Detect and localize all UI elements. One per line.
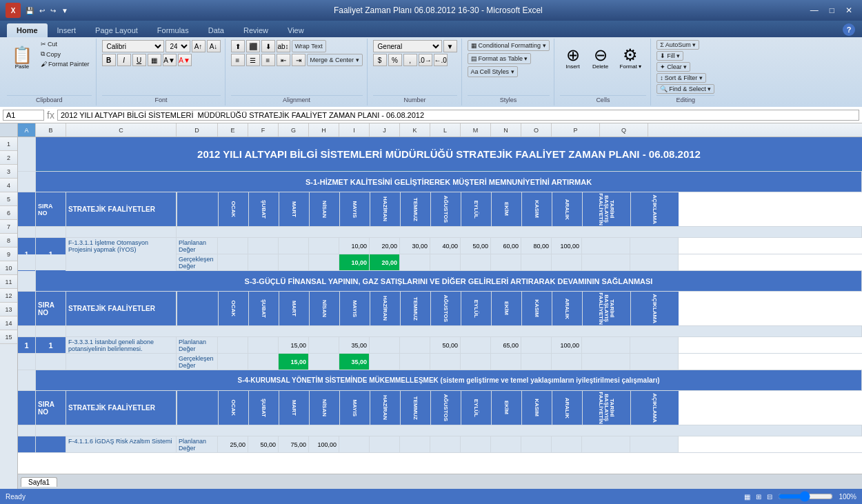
copy-button[interactable]: ⧉Copy <box>39 50 92 59</box>
col-header-Q[interactable]: Q <box>600 123 648 137</box>
cell-agustos-planned-3[interactable] <box>430 436 461 452</box>
currency-btn[interactable]: $ <box>373 54 387 66</box>
cell-subat-actual-2[interactable] <box>248 354 279 370</box>
cell-mart-actual-2[interactable]: 15,00 <box>279 354 309 370</box>
decrease-font-btn[interactable]: A↓ <box>207 40 221 52</box>
close-btn[interactable]: ✕ <box>841 4 856 17</box>
page-break-view-btn[interactable]: ⊟ <box>767 493 772 501</box>
tab-view[interactable]: View <box>278 23 314 37</box>
undo-quick-btn[interactable]: ↩ <box>37 6 47 16</box>
cut-button[interactable]: ✂Cut <box>39 40 92 48</box>
cell-temmuz-actual-1[interactable] <box>400 254 430 270</box>
cell-B6[interactable] <box>36 254 66 270</box>
col-header-F[interactable]: F <box>248 123 279 137</box>
text-orientation-btn[interactable]: ab↕ <box>277 40 290 52</box>
insert-btn[interactable]: ⊕ Insert <box>560 40 586 76</box>
zoom-slider[interactable] <box>778 492 833 501</box>
col-header-P[interactable]: P <box>552 123 600 137</box>
tab-formulas[interactable]: Formulas <box>148 23 199 37</box>
office-logo[interactable]: X <box>6 3 21 18</box>
format-btn[interactable]: ⚙ Format ▾ <box>615 40 647 76</box>
cell-mart-planned-2[interactable]: 15,00 <box>279 337 309 353</box>
paste-button[interactable]: 📋 Paste <box>7 40 37 76</box>
redo-quick-btn[interactable]: ↪ <box>48 6 58 16</box>
cell-B11[interactable] <box>36 354 66 370</box>
cell-A2[interactable] <box>18 172 36 192</box>
cell-A11[interactable] <box>18 354 36 370</box>
cell-baslayis-planned-2[interactable] <box>582 337 630 353</box>
cell-aralik-planned-2[interactable]: 100,00 <box>552 337 582 353</box>
cell-haziran-actual-1[interactable]: 20,00 <box>370 254 400 270</box>
align-top-btn[interactable]: ⬆ <box>231 40 245 52</box>
cell-reference-input[interactable] <box>3 110 44 121</box>
comma-btn[interactable]: , <box>403 54 417 66</box>
cell-mayis-planned-3[interactable] <box>339 436 370 452</box>
cell-ekim-actual-2[interactable] <box>491 354 521 370</box>
cell-baslayis-actual-2[interactable] <box>582 354 630 370</box>
cell-aciklama-actual-2[interactable] <box>630 354 679 370</box>
cell-A1[interactable] <box>18 137 36 171</box>
cell-haziran-actual-2[interactable] <box>370 354 400 370</box>
cell-subat-actual-1[interactable] <box>248 254 279 270</box>
number-format-expand-btn[interactable]: ▼ <box>443 40 457 52</box>
cell-temmuz-planned-1[interactable]: 30,00 <box>400 238 430 254</box>
cell-temmuz-actual-2[interactable] <box>400 354 430 370</box>
cell-aralik-actual-2[interactable] <box>552 354 582 370</box>
cell-agustos-actual-1[interactable] <box>430 254 461 270</box>
fill-color-btn[interactable]: A▼ <box>163 54 177 66</box>
bold-btn[interactable]: B <box>102 54 116 66</box>
delete-btn[interactable]: ⊖ Delete <box>588 40 614 76</box>
cell-nisan-planned-3[interactable]: 100,00 <box>309 436 339 452</box>
save-quick-btn[interactable]: 💾 <box>23 6 36 16</box>
cell-haziran-planned-2[interactable] <box>370 337 400 353</box>
cell-temmuz-planned-2[interactable] <box>400 337 430 353</box>
cell-haziran-planned-3[interactable] <box>370 436 400 452</box>
increase-decimal-btn[interactable]: .0→ <box>419 54 432 66</box>
cell-nisan-actual-1[interactable] <box>309 254 339 270</box>
cell-nisan-planned-2[interactable] <box>309 337 339 353</box>
cell-A8[interactable] <box>18 292 36 325</box>
cell-A14[interactable] <box>18 425 36 436</box>
cell-aralik-planned-3[interactable] <box>552 436 582 452</box>
cell-ekim-planned-2[interactable]: 65,00 <box>491 337 521 353</box>
cell-ekim-planned-3[interactable] <box>491 436 521 452</box>
cell-mart-planned-3[interactable]: 75,00 <box>279 436 309 452</box>
cell-eylul-planned-3[interactable] <box>461 436 491 452</box>
cell-ocak-planned-1[interactable] <box>218 238 248 254</box>
cell-mayis-planned-2[interactable]: 35,00 <box>339 337 370 353</box>
cell-kasim-actual-1[interactable] <box>521 254 552 270</box>
cell-aralik-actual-1[interactable] <box>552 254 582 270</box>
cell-ekim-actual-1[interactable] <box>491 254 521 270</box>
font-color-btn[interactable]: A▼ <box>178 54 192 66</box>
underline-btn[interactable]: U <box>132 54 146 66</box>
cell-subat-planned-3[interactable]: 50,00 <box>248 436 279 452</box>
customize-quick-btn[interactable]: ▼ <box>59 6 70 16</box>
cell-A4[interactable] <box>18 227 36 237</box>
col-header-L[interactable]: L <box>430 123 461 137</box>
italic-btn[interactable]: I <box>117 54 131 66</box>
cell-temmuz-planned-3[interactable] <box>400 436 430 452</box>
cell-A7[interactable] <box>18 271 36 291</box>
col-header-K[interactable]: K <box>400 123 430 137</box>
font-name-select[interactable]: Calibri <box>102 40 164 52</box>
cell-C4[interactable] <box>66 227 177 237</box>
cell-aciklama-planned-3[interactable] <box>630 436 679 452</box>
cell-subat-planned-1[interactable] <box>248 238 279 254</box>
cell-baslayis-actual-1[interactable] <box>582 254 630 270</box>
cell-A6[interactable] <box>18 254 36 270</box>
cell-kasim-planned-2[interactable] <box>521 337 552 353</box>
cell-A3[interactable] <box>18 192 36 226</box>
col-header-D[interactable]: D <box>177 123 218 137</box>
align-left-btn[interactable]: ≡ <box>231 54 245 66</box>
cell-styles-btn[interactable]: AaCell Styles ▾ <box>468 66 518 77</box>
cell-ocak-planned-3[interactable]: 25,00 <box>218 436 248 452</box>
align-center-btn[interactable]: ☰ <box>246 54 260 66</box>
tab-page-layout[interactable]: Page Layout <box>86 23 148 37</box>
sort-filter-btn[interactable]: ↕Sort & Filter ▾ <box>656 73 706 83</box>
sheet-tab-1[interactable]: Sayfa1 <box>21 477 57 487</box>
align-right-btn[interactable]: ≡ <box>261 54 275 66</box>
col-header-J[interactable]: J <box>370 123 400 137</box>
cell-subat-planned-2[interactable] <box>248 337 279 353</box>
border-btn[interactable]: ▦ <box>148 54 161 66</box>
minimize-btn[interactable]: — <box>806 4 823 17</box>
